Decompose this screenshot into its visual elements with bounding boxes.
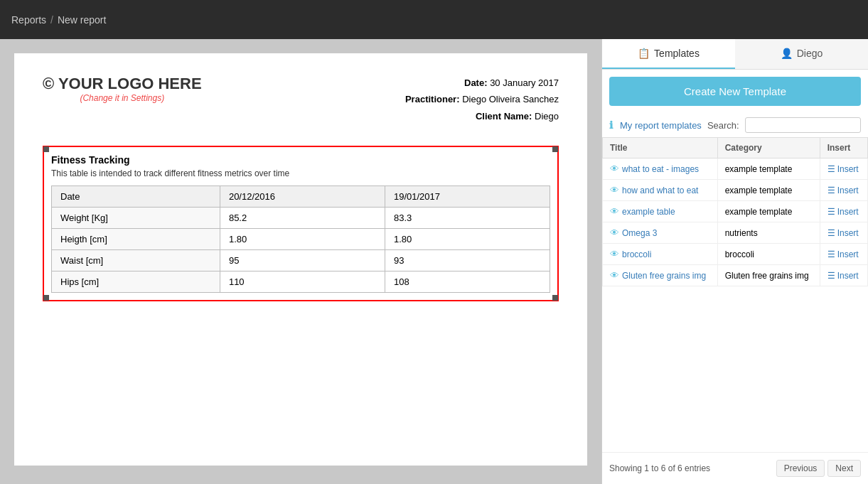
tab-templates[interactable]: 📋 Templates xyxy=(602,39,735,69)
insert-button[interactable]: ☰ Insert xyxy=(827,249,859,259)
template-category: broccoli xyxy=(717,244,820,265)
col-title: Title xyxy=(603,138,718,158)
template-title-cell: 👁 what to eat - images xyxy=(603,158,718,180)
fitness-val1: 20/12/2016 xyxy=(220,186,385,208)
date-label: Date: xyxy=(464,77,488,88)
corner-bl xyxy=(43,295,49,301)
template-title-cell: 👁 Gluten free grains img xyxy=(603,265,718,286)
previous-button[interactable]: Previous xyxy=(776,460,825,477)
right-panel: 📋 Templates 👤 Diego Create New Template … xyxy=(601,39,868,484)
insert-label: Insert xyxy=(837,164,859,174)
report-page: © YOUR LOGO HERE (Change it in Settings)… xyxy=(14,53,587,466)
insert-button[interactable]: ☰ Insert xyxy=(827,228,859,238)
fitness-val2: 108 xyxy=(385,271,550,293)
template-insert-cell: ☰ Insert xyxy=(820,158,867,180)
templates-table: Title Category Insert 👁 what to eat - im… xyxy=(602,137,868,286)
template-title-link[interactable]: 👁 example table xyxy=(610,206,710,217)
fitness-title: Fitness Tracking xyxy=(51,154,550,166)
eye-icon: 👁 xyxy=(610,206,619,217)
date-value: 30 January 2017 xyxy=(490,77,559,88)
template-title-link[interactable]: 👁 broccoli xyxy=(610,249,710,259)
client-value: Diego xyxy=(535,111,559,122)
insert-icon: ☰ xyxy=(827,164,835,174)
templates-table-header: Title Category Insert xyxy=(603,138,868,158)
fitness-table: Date 20/12/2016 19/01/2017 Weight [Kg] 8… xyxy=(51,185,550,293)
eye-icon: 👁 xyxy=(610,249,619,259)
fitness-val1: 85.2 xyxy=(220,208,385,229)
template-title-link[interactable]: 👁 what to eat - images xyxy=(610,163,710,174)
eye-icon: 👁 xyxy=(610,163,619,174)
my-templates-link[interactable]: My report templates xyxy=(620,120,702,131)
template-title-link[interactable]: 👁 how and what to eat xyxy=(610,185,710,195)
template-insert-cell: ☰ Insert xyxy=(820,222,867,244)
breadcrumb: Reports / New report xyxy=(11,14,106,26)
report-info: Date: 30 January 2017 Practitioner: Dieg… xyxy=(405,75,559,124)
template-title-link[interactable]: 👁 Gluten free grains img xyxy=(610,270,710,281)
template-row: 👁 broccoli broccoli ☰ Insert xyxy=(603,244,868,265)
diego-tab-label: Diego xyxy=(797,48,823,59)
template-title-cell: 👁 broccoli xyxy=(603,244,718,265)
insert-label: Insert xyxy=(837,207,859,217)
fitness-row: Weight [Kg] 85.2 83.3 xyxy=(52,208,550,229)
fitness-metric: Weight [Kg] xyxy=(52,208,220,229)
eye-icon: 👁 xyxy=(610,227,619,238)
search-input[interactable] xyxy=(745,117,861,133)
col-insert: Insert xyxy=(820,138,867,158)
template-category: example template xyxy=(717,180,820,201)
insert-icon: ☰ xyxy=(827,207,835,217)
templates-tab-icon: 📋 xyxy=(638,48,650,59)
create-template-button[interactable]: Create New Template xyxy=(609,77,861,106)
templates-toolbar: ℹ My report templates Search: xyxy=(602,113,868,137)
reports-link[interactable]: Reports xyxy=(11,14,46,26)
template-title: broccoli xyxy=(622,249,651,259)
fitness-metric: Date xyxy=(52,186,220,208)
template-category: nutrients xyxy=(717,222,820,244)
template-title-cell: 👁 example table xyxy=(603,201,718,222)
page-buttons: Previous Next xyxy=(776,460,861,477)
insert-icon: ☰ xyxy=(827,185,835,195)
template-row: 👁 how and what to eat example template ☰… xyxy=(603,180,868,201)
logo-text: © YOUR LOGO HERE xyxy=(43,75,202,93)
fitness-val2: 93 xyxy=(385,250,550,271)
current-page: New report xyxy=(58,14,106,26)
fitness-metric: Hips [cm] xyxy=(52,271,220,293)
practitioner-value: Diego Oliveira Sanchez xyxy=(462,94,559,104)
info-icon: ℹ xyxy=(609,119,613,131)
tab-diego[interactable]: 👤 Diego xyxy=(735,39,868,69)
practitioner-label: Practitioner: xyxy=(405,94,460,104)
insert-label: Insert xyxy=(837,185,859,195)
pagination-showing: Showing 1 to 6 of 6 entries xyxy=(609,463,710,473)
fitness-val1: 1.80 xyxy=(220,229,385,250)
breadcrumb-separator: / xyxy=(50,14,53,26)
insert-icon: ☰ xyxy=(827,228,835,238)
template-insert-cell: ☰ Insert xyxy=(820,180,867,201)
insert-button[interactable]: ☰ Insert xyxy=(827,271,859,281)
template-row: 👁 example table example template ☰ Inser… xyxy=(603,201,868,222)
report-header: © YOUR LOGO HERE (Change it in Settings)… xyxy=(43,75,559,124)
insert-label: Insert xyxy=(837,249,859,259)
fitness-row: Heigth [cm] 1.80 1.80 xyxy=(52,229,550,250)
fitness-section: Fitness Tracking This table is intended … xyxy=(43,146,559,301)
template-insert-cell: ☰ Insert xyxy=(820,201,867,222)
next-button[interactable]: Next xyxy=(827,460,861,477)
logo-subtext: (Change it in Settings) xyxy=(43,93,202,103)
fitness-val2: 19/01/2017 xyxy=(385,186,550,208)
insert-icon: ☰ xyxy=(827,271,835,281)
date-line: Date: 30 January 2017 xyxy=(405,75,559,91)
practitioner-line: Practitioner: Diego Oliveira Sanchez xyxy=(405,91,559,107)
fitness-val1: 110 xyxy=(220,271,385,293)
insert-button[interactable]: ☰ Insert xyxy=(827,185,859,195)
col-category: Category xyxy=(717,138,820,158)
client-label: Client Name: xyxy=(476,111,532,122)
tabs-row: 📋 Templates 👤 Diego xyxy=(602,39,868,70)
templates-tab-label: Templates xyxy=(654,48,700,59)
template-title-cell: 👁 how and what to eat xyxy=(603,180,718,201)
insert-button[interactable]: ☰ Insert xyxy=(827,164,859,174)
eye-icon: 👁 xyxy=(610,270,619,281)
template-title-link[interactable]: 👁 Omega 3 xyxy=(610,227,710,238)
diego-tab-icon: 👤 xyxy=(781,48,793,59)
fitness-metric: Heigth [cm] xyxy=(52,229,220,250)
insert-button[interactable]: ☰ Insert xyxy=(827,207,859,217)
template-title: what to eat - images xyxy=(622,164,699,174)
fitness-row: Waist [cm] 95 93 xyxy=(52,250,550,271)
